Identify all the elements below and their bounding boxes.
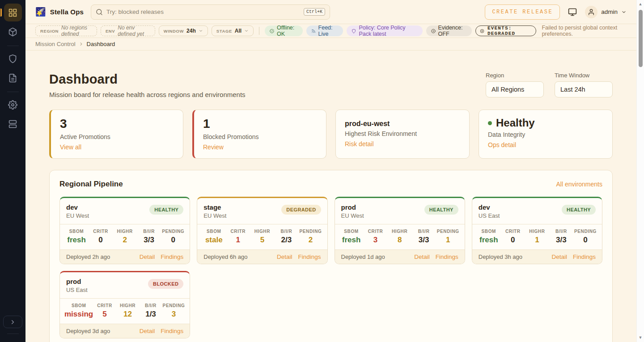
shield-icon [352,28,356,34]
metric-label: PENDING [162,303,186,308]
region-filter-select[interactable]: All Regions [486,81,544,97]
time-window-filter-select[interactable]: Last 24h [555,81,613,97]
env-region: US East [66,287,88,293]
all-environments-link[interactable]: All environments [556,181,603,188]
time-window-filter-label: Time Window [555,72,613,79]
stats-row: 3 Active Promotions View all 1 Blocked P… [49,110,613,159]
user-menu[interactable]: admin [585,6,627,18]
review-link[interactable]: Review [203,144,224,151]
global-search[interactable]: Ctrl+K [91,4,330,20]
scrollbar-thumb[interactable] [639,10,643,67]
highr-value: 8 [388,236,412,245]
detail-link[interactable]: Detail [140,253,155,260]
panel-title: Regional Pipeline [59,180,123,189]
status-badge: BLOCKED [148,279,183,289]
app-screen: 🌠 Stella Ops Ctrl+K CREATE RELEASE admin [0,0,644,342]
sidebar-item-infrastructure[interactable] [4,115,22,133]
stage-context-dropdown[interactable]: STAGE All [212,25,254,36]
policy-status-chip[interactable]: Policy: Core Policy Pack latest [347,25,422,36]
region-context-chip[interactable]: REGION No regions defined [35,25,97,36]
env-context-chip[interactable]: ENV No env defined yet [101,25,155,36]
scroll-down-arrow-icon[interactable]: ▼ [639,334,643,342]
metric-label: SBOM [339,229,364,234]
window-chip-value: 24h [186,28,196,34]
status-badge: HEALTHY [424,205,458,215]
status-badge: HEALTHY [149,205,183,215]
create-release-button[interactable]: CREATE RELEASE [485,4,560,20]
monitor-icon [568,8,577,17]
metric-label: HIGHR [113,229,137,234]
sidebar-item-releases[interactable] [4,23,22,41]
brand[interactable]: 🌠 Stella Ops [35,7,84,17]
highr-value: 5 [250,236,274,245]
chevron-down-icon [244,29,249,33]
metric-label: B/I/R [137,229,161,234]
feed-status-chip[interactable]: Feed: Live [306,25,343,36]
breadcrumb-current: Dashboard [87,41,115,47]
server-icon [8,119,17,129]
pipeline-grid: dev EU West HEALTHY SBOMfresh CRITR0 HIG… [59,197,602,338]
critr-value: 1 [226,236,250,245]
sidebar-expand-button[interactable] [3,316,22,328]
user-icon [588,8,595,16]
bir-value: 3/3 [412,236,436,245]
detail-link[interactable]: Detail [551,253,567,260]
stat-card-active-promotions: 3 Active Promotions View all [49,110,183,159]
metric-label: PENDING [298,229,322,234]
avatar [585,6,597,18]
events-status-pill[interactable]: EVENTS: DEGRADED [475,25,537,36]
sidebar [0,0,25,342]
env-region: EU West [341,212,364,219]
ops-detail-link[interactable]: Ops detail [488,141,516,148]
metric-label: CRITR [93,303,116,308]
findings-link[interactable]: Findings [436,253,458,260]
metric-label: SBOM [64,229,89,234]
env-chip-label: ENV [106,29,115,34]
search-input[interactable] [106,8,300,15]
window-chip-label: WINDOW [164,29,184,34]
metric-label: HIGHR [116,303,140,308]
findings-link[interactable]: Findings [298,253,321,260]
offline-status-chip[interactable]: Offline: OK [265,25,303,36]
scroll-up-arrow-icon[interactable]: ▲ [639,0,643,8]
bir-value: 3/3 [549,236,573,245]
window-context-dropdown[interactable]: WINDOW 24h [159,25,208,36]
sidebar-item-security[interactable] [4,50,22,68]
deployed-text: Deployed 3d ago [66,328,110,334]
stage-chip-value: All [235,28,242,34]
vertical-scrollbar[interactable]: ▲ ▼ [636,0,644,342]
findings-link[interactable]: Findings [573,253,596,260]
sbom-value: missing [64,310,93,319]
env-name: stage [203,203,226,211]
detail-link[interactable]: Detail [140,328,155,334]
monitor-button[interactable] [568,8,577,17]
findings-link[interactable]: Findings [161,328,183,334]
health-status-text: Healthy [496,117,535,129]
highr-value: 12 [116,310,140,319]
context-bar: REGION No regions defined ENV No env def… [25,24,636,38]
sidebar-divider [7,92,19,92]
search-icon [96,8,103,16]
deployed-text: Deployed 3h ago [479,253,522,260]
evidence-status-chip[interactable]: Evidence: OFF [426,25,472,36]
risk-detail-link[interactable]: Risk detail [345,140,374,148]
detail-link[interactable]: Detail [277,253,292,260]
chevron-right-icon [79,42,84,46]
sidebar-item-dashboard[interactable] [4,4,22,21]
sidebar-item-documents[interactable] [4,69,22,87]
sidebar-item-settings[interactable] [4,96,22,114]
app-title: Stella Ops [50,8,84,16]
metric-label: B/I/R [412,229,436,234]
view-all-link[interactable]: View all [60,144,81,151]
status-badge: DEGRADED [281,205,321,215]
feed-status-text: Feed: Live [318,25,339,37]
breadcrumb-parent[interactable]: Mission Control [35,41,76,47]
sbom-value: stale [202,236,226,245]
critr-value: 0 [501,236,525,245]
detail-link[interactable]: Detail [414,253,430,260]
stat-value: 1 [203,117,317,131]
pending-value: 1 [436,236,460,245]
status-badge: HEALTHY [562,205,596,215]
metric-label: B/I/R [139,303,162,308]
findings-link[interactable]: Findings [161,253,183,260]
